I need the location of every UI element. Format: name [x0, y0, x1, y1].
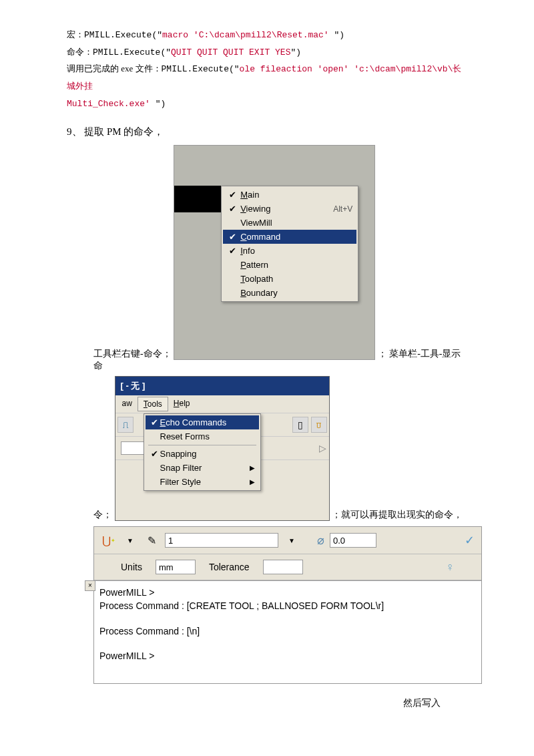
label-command: 命令：	[67, 47, 93, 57]
menu-aw[interactable]: aw	[117, 397, 138, 411]
console-output: × PowerMILL > Process Command : [CREATE …	[94, 580, 481, 683]
label-macro: 宏：	[67, 29, 84, 39]
number-input[interactable]: 1	[165, 533, 278, 548]
console-line: Process Command : [\n]	[99, 625, 476, 638]
section-9-title: 9、 提取 PM 的命令，	[67, 126, 467, 138]
close-icon[interactable]: ×	[85, 580, 95, 591]
menu-snapping[interactable]: ✔Snapping	[146, 447, 259, 461]
menu-help[interactable]: Help	[168, 397, 196, 411]
toolbar-icon[interactable]: ⎍	[117, 417, 134, 433]
context-menu[interactable]: ✔Main ✔ViewingAlt+V ViewMill ✔Command ✔I…	[221, 186, 358, 302]
caption-pre-1: 工具栏右键-命令；	[93, 349, 172, 359]
console-line: PowerMILL >	[99, 586, 476, 600]
menu-item-viewmill[interactable]: ViewMill	[223, 216, 356, 230]
menu-filter-style[interactable]: Filter Style▶	[146, 475, 259, 489]
caption-pre-2: 令；	[93, 510, 112, 520]
screenshot-console: ⋃✦ ▼ ✎ 1 ▼ ⌀ 0.0 ✓ Units mm Tolerance ♀	[93, 526, 482, 683]
code: PMILL.Execute("macro 'C:\dcam\pmill2\Res…	[84, 30, 344, 40]
menu-item-command[interactable]: ✔Command	[223, 230, 356, 244]
code: PMILL.Execute("QUIT QUIT QUIT EXIT YES")	[93, 47, 301, 57]
value-input[interactable]: 0.0	[330, 533, 376, 548]
console-line: PowerMILL >	[99, 650, 476, 663]
caption-post-2: ；就可以再提取出现实的命令，	[332, 510, 463, 520]
pencil-icon[interactable]: ✎	[144, 532, 160, 548]
diameter-icon: ⌀	[317, 533, 324, 548]
dropdown-icon[interactable]: ▼	[122, 532, 138, 548]
screenshot-tools-menu: [ - 无 ] aw Tools Help ⎍ ✔Echo Commands R…	[115, 376, 330, 521]
menu-item-viewing[interactable]: ✔ViewingAlt+V	[223, 202, 356, 216]
console-line: Process Command : [CREATE TOOL ; BALLNOS…	[99, 600, 476, 613]
label-exe: 调用已完成的 exe 文件：	[67, 63, 162, 73]
menu-item-pattern[interactable]: Pattern	[223, 258, 356, 272]
code: Multi_Check.exe' ")	[67, 99, 166, 109]
tools-dropdown[interactable]: ✔Echo Commands Reset Forms ✔Snapping Sna…	[144, 413, 261, 491]
toolbar-icon[interactable]: ▯	[292, 417, 308, 433]
brush-icon[interactable]: ✓	[465, 533, 475, 548]
tolerance-field[interactable]	[263, 560, 303, 574]
magnet-icon[interactable]: ⋃✦	[101, 532, 117, 548]
tolerance-label: Tolerance	[209, 562, 250, 572]
toolbar-1: ⋃✦ ▼ ✎ 1 ▼ ⌀ 0.0 ✓	[94, 527, 481, 554]
menu-bar[interactable]: aw Tools Help	[115, 395, 329, 413]
play-icon[interactable]: ▷	[319, 443, 326, 453]
code-block: 宏：PMILL.Execute("macro 'C:\dcam\pmill2\R…	[67, 27, 467, 112]
menu-item-toolpath[interactable]: Toolpath	[223, 272, 356, 286]
menu-echo-commands[interactable]: ✔Echo Commands	[146, 415, 259, 429]
screenshot-context-menu: ✔Main ✔ViewingAlt+V ViewMill ✔Command ✔I…	[174, 145, 375, 360]
units-field[interactable]: mm	[156, 560, 196, 574]
units-label: Units	[121, 562, 142, 572]
toolbar-2: Units mm Tolerance ♀	[94, 554, 481, 580]
menu-item-info[interactable]: ✔Info	[223, 244, 356, 258]
menu-item-main[interactable]: ✔Main	[223, 188, 356, 202]
menu-item-boundary[interactable]: Boundary	[223, 286, 356, 300]
window-title: [ - 无 ]	[115, 377, 329, 395]
toolbar: ⎍ ✔Echo Commands Reset Forms ✔Snapping S…	[115, 413, 329, 436]
menu-snap-filter[interactable]: Snap Filter▶	[146, 461, 259, 475]
bulb-icon[interactable]: ♀	[446, 560, 455, 574]
toolbar-icon[interactable]: ⩌	[311, 417, 327, 433]
menu-reset-forms[interactable]: Reset Forms	[146, 429, 259, 443]
trailing-text: 然后写入	[67, 697, 467, 709]
menu-tools[interactable]: Tools	[138, 397, 168, 411]
menu-separator	[148, 445, 256, 445]
dropdown-icon[interactable]: ▼	[284, 532, 300, 548]
